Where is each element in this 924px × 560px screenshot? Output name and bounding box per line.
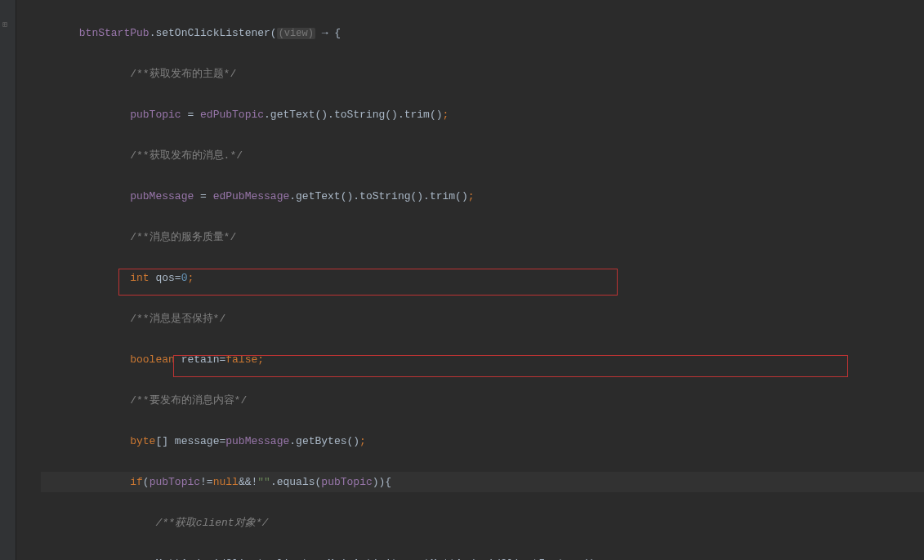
code-line: boolean retain=false;	[41, 349, 924, 370]
code-line: btnStartPub.setOnClickListener((view) → …	[41, 23, 924, 43]
code-line: int qos=0;	[41, 268, 924, 288]
fold-icon[interactable]: ⊞	[2, 15, 11, 23]
editor-gutter: ⊞	[0, 0, 16, 560]
code-line: /**消息的服务质量*/	[41, 227, 924, 247]
code-line: MqttAndroidClient client = MainActivity.…	[41, 553, 924, 560]
code-line: /**获取发布的主题*/	[41, 64, 924, 84]
code-line: byte[] message=pubMessage.getBytes();	[41, 431, 924, 451]
code-editor[interactable]: btnStartPub.setOnClickListener((view) → …	[16, 0, 924, 560]
code-line: if(pubTopic!=null&&!"".equals(pubTopic))…	[41, 472, 924, 492]
code-line: /**要发布的消息内容*/	[41, 390, 924, 411]
param-hint: (view)	[277, 28, 315, 39]
code-line: pubTopic = edPubTopic.getText().toString…	[41, 104, 924, 125]
code-line: /**消息是否保持*/	[41, 309, 924, 329]
code-line: pubMessage = edPubMessage.getText().toSt…	[41, 186, 924, 207]
code-line: /**获取发布的消息.*/	[41, 145, 924, 166]
code-line: /**获取client对象*/	[41, 513, 924, 533]
